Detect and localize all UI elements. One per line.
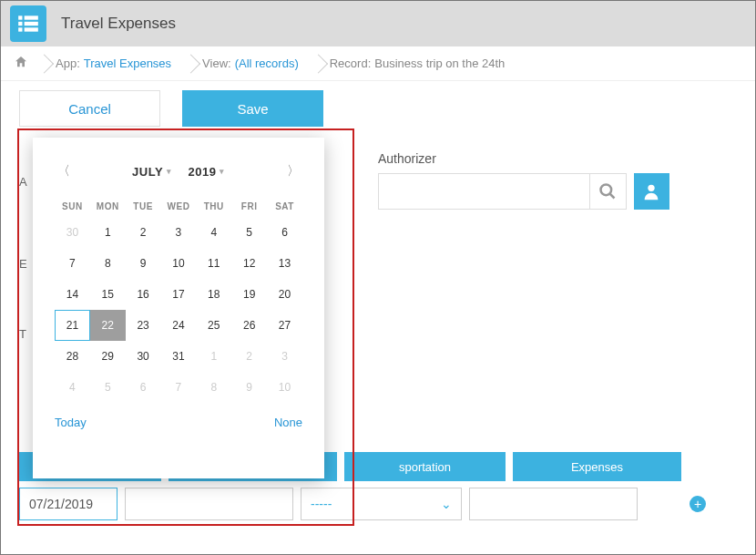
authorizer-label: Authorizer	[378, 151, 669, 166]
svg-rect-2	[18, 22, 22, 26]
expenses-input[interactable]	[469, 488, 638, 520]
row-cell-2[interactable]	[125, 488, 293, 520]
calendar-day[interactable]: 24	[161, 310, 197, 341]
calendar-day[interactable]: 3	[161, 217, 197, 248]
calendar-day[interactable]: 6	[267, 217, 302, 248]
cancel-button[interactable]: Cancel	[19, 90, 160, 127]
calendar-day[interactable]: 13	[267, 248, 302, 279]
save-button[interactable]: Save	[182, 90, 323, 127]
calendar-day[interactable]: 11	[196, 248, 231, 279]
side-label-t: T	[19, 327, 27, 409]
calendar-day[interactable]: 7	[55, 248, 90, 279]
date-input[interactable]: 07/21/2019	[19, 488, 117, 520]
topbar: Travel Expenses	[1, 1, 755, 46]
calendar-day[interactable]: 2	[231, 341, 267, 372]
side-labels: A E T	[19, 175, 27, 409]
calendar-day[interactable]: 9	[126, 248, 161, 279]
svg-point-6	[601, 185, 612, 196]
toolbar: Cancel Save	[1, 81, 755, 127]
calendar-day[interactable]: 19	[231, 279, 267, 310]
calendar-day[interactable]: 21	[55, 310, 90, 341]
svg-point-8	[649, 185, 655, 191]
transportation-value: -----	[311, 497, 332, 511]
app-icon	[10, 5, 46, 42]
calendar-day[interactable]: 3	[267, 341, 302, 372]
home-icon[interactable]	[14, 55, 28, 72]
svg-rect-0	[18, 15, 22, 19]
next-month-button[interactable]: 〉	[284, 163, 302, 180]
calendar-day[interactable]: 23	[126, 310, 161, 341]
calendar-day[interactable]: 26	[231, 310, 267, 341]
bc-app-prefix: App:	[56, 57, 80, 70]
content: A E T ⌄	[1, 127, 755, 136]
year-select[interactable]: 2019▾	[189, 165, 225, 179]
calendar-day[interactable]: 14	[55, 279, 90, 310]
month-label: JULY	[132, 165, 163, 179]
month-select[interactable]: JULY▾	[132, 165, 172, 179]
calendar-day[interactable]: 10	[161, 248, 197, 279]
svg-rect-5	[25, 27, 38, 31]
calendar-grid: SUNMONTUEWEDTHUFRISAT 301234567891011121…	[55, 196, 302, 403]
calendar-day[interactable]: 25	[196, 310, 231, 341]
none-link[interactable]: None	[274, 416, 302, 429]
calendar-day[interactable]: 22	[90, 310, 126, 341]
calendar-day[interactable]: 12	[231, 248, 267, 279]
breadcrumb-app[interactable]: App: Travel Expenses	[37, 46, 184, 80]
calendar-day[interactable]: 28	[55, 341, 90, 372]
calendar-day[interactable]: 20	[267, 279, 302, 310]
calendar-day[interactable]: 31	[161, 341, 197, 372]
chevron-down-icon: ▾	[220, 167, 225, 176]
app-title: Travel Expenses	[61, 15, 176, 33]
dow-header: SUN	[55, 196, 90, 217]
th-expenses: Expenses	[513, 452, 681, 481]
calendar-day[interactable]: 16	[126, 279, 161, 310]
calendar-day[interactable]: 5	[90, 372, 126, 403]
calendar-day[interactable]: 27	[267, 310, 302, 341]
person-icon[interactable]	[634, 173, 669, 210]
transportation-select[interactable]: ----- ⌄	[301, 488, 462, 520]
calendar-day[interactable]: 15	[90, 279, 126, 310]
calendar-day[interactable]: 4	[196, 217, 231, 248]
datepicker: 〈 JULY▾ 2019▾ 〉 SUNMONTUEWEDTHUFRISAT 30…	[33, 138, 324, 478]
th-transportation: sportation	[344, 452, 506, 481]
calendar-day[interactable]: 9	[231, 372, 267, 403]
chevron-down-icon: ▾	[167, 167, 172, 176]
calendar-day[interactable]: 30	[55, 217, 90, 248]
today-link[interactable]: Today	[55, 416, 87, 429]
calendar-day[interactable]: 1	[196, 341, 231, 372]
calendar-day[interactable]: 10	[267, 372, 302, 403]
add-row-button[interactable]: +	[690, 496, 706, 512]
bc-view-prefix: View:	[202, 57, 231, 70]
breadcrumb-record: Record: Business trip on the 24th	[312, 46, 518, 80]
calendar-day[interactable]: 6	[126, 372, 161, 403]
dow-header: THU	[196, 196, 231, 217]
dow-header: FRI	[231, 196, 267, 217]
year-label: 2019	[189, 165, 217, 179]
calendar-day[interactable]: 2	[126, 217, 161, 248]
breadcrumb-view[interactable]: View: (All records)	[184, 46, 312, 80]
prev-month-button[interactable]: 〈	[55, 163, 73, 180]
calendar-day[interactable]: 1	[90, 217, 126, 248]
svg-rect-3	[25, 22, 38, 26]
calendar-day[interactable]: 5	[231, 217, 267, 248]
bc-view-link[interactable]: (All records)	[235, 57, 299, 70]
calendar-day[interactable]: 29	[90, 341, 126, 372]
calendar-day[interactable]: 4	[55, 372, 90, 403]
calendar-day[interactable]: 7	[161, 372, 197, 403]
dow-header: MON	[90, 196, 126, 217]
authorizer-input[interactable]	[378, 173, 590, 210]
chevron-down-icon: ⌄	[441, 497, 452, 511]
calendar-day[interactable]: 8	[196, 372, 231, 403]
calendar-day[interactable]: 8	[90, 248, 126, 279]
bc-app-link[interactable]: Travel Expenses	[84, 57, 171, 70]
authorizer-field: Authorizer	[378, 151, 669, 210]
side-label-e: E	[19, 257, 27, 327]
side-label-a: A	[19, 175, 27, 257]
search-icon[interactable]	[590, 173, 626, 210]
bc-record-prefix: Record:	[330, 57, 372, 70]
calendar-day[interactable]: 17	[161, 279, 197, 310]
dow-header: TUE	[126, 196, 161, 217]
breadcrumb: App: Travel Expenses View: (All records)…	[1, 46, 755, 81]
calendar-day[interactable]: 30	[126, 341, 161, 372]
calendar-day[interactable]: 18	[196, 279, 231, 310]
